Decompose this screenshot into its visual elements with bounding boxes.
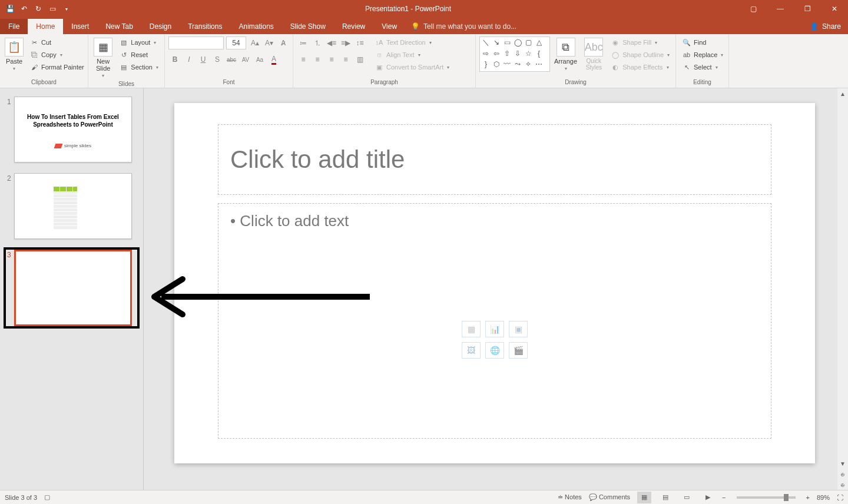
line-spacing-button[interactable]: ↕≡ [353,37,366,49]
shape-connector-icon[interactable]: ⤳ [513,60,522,68]
select-button[interactable]: ↖Select▾ [680,61,726,73]
shape-brace-left-icon[interactable]: { [534,49,544,58]
tab-insert[interactable]: Insert [63,19,97,34]
shape-arrow-right-icon[interactable]: ⇨ [481,49,491,58]
shape-line-arrow-icon[interactable]: ↘ [492,38,501,47]
notes-button[interactable]: ≐ Notes [558,493,582,501]
font-size-input[interactable] [226,37,246,49]
zoom-out-icon[interactable]: − [722,494,726,501]
italic-button[interactable]: I [183,53,196,66]
shape-star-icon[interactable]: ☆ [524,49,533,58]
vertical-scrollbar[interactable]: ▲ ▼ ⦺ ⦺ [837,88,848,490]
replace-button[interactable]: abReplace▾ [680,49,726,61]
columns-button[interactable]: ▥ [353,53,366,66]
shape-brace-right-icon[interactable]: } [481,60,491,68]
previous-slide-icon[interactable]: ⦺ [837,469,848,479]
slide-thumbnail[interactable]: 1 How To Insert Tables From Excel Spread… [6,97,137,163]
slide-thumbnails-panel[interactable]: 1 How To Insert Tables From Excel Spread… [0,88,144,490]
align-center-button[interactable]: ≡ [311,53,324,66]
quick-styles-button[interactable]: Abc Quick Styles [581,37,606,72]
decrease-font-icon[interactable]: A▾ [263,37,276,49]
insert-pictures-icon[interactable]: 🖼 [462,342,481,359]
slide-counter[interactable]: Slide 3 of 3 [5,494,37,501]
tab-file[interactable]: File [0,19,28,34]
undo-icon[interactable]: ↶ [19,4,29,14]
decrease-indent-button[interactable]: ◀≡ [325,37,338,49]
shape-freeform-icon[interactable]: ✧ [524,60,533,68]
tab-newtab[interactable]: New Tab [97,19,141,34]
font-color-button[interactable]: A [267,53,280,66]
align-text-button[interactable]: ⎅Align Text▾ [372,49,452,61]
reading-view-icon[interactable]: ▭ [680,492,694,503]
align-left-button[interactable]: ≡ [297,53,310,66]
new-slide-button[interactable]: ▦ New Slide ▾ [92,37,114,79]
scroll-up-icon[interactable]: ▲ [837,88,848,99]
save-icon[interactable]: 💾 [5,4,15,14]
underline-button[interactable]: U [197,53,210,66]
shape-rounded-rect-icon[interactable]: ▢ [524,38,533,47]
clear-formatting-icon[interactable]: A̷ [277,37,290,49]
close-icon[interactable]: ✕ [821,0,848,18]
insert-chart-icon[interactable]: 📊 [485,321,504,337]
minimize-icon[interactable]: — [767,0,794,18]
justify-button[interactable]: ≡ [339,53,352,66]
insert-table-icon[interactable]: ▦ [462,321,481,337]
font-family-input[interactable] [168,37,224,49]
shape-fill-button[interactable]: ◉Shape Fill▾ [608,37,672,48]
zoom-in-icon[interactable]: + [806,494,810,501]
shape-line-icon[interactable]: ＼ [481,38,491,47]
cut-button[interactable]: ✂Cut [27,37,87,48]
slide-canvas[interactable]: Click to add title • Click to add text ▦… [174,103,815,463]
arrange-button[interactable]: ⧉ Arrange ▾ [552,37,579,72]
align-right-button[interactable]: ≡ [325,53,338,66]
redo-icon[interactable]: ↻ [33,4,44,14]
comments-button[interactable]: 💬 Comments [589,493,630,501]
insert-online-pictures-icon[interactable]: 🌐 [485,342,504,359]
slide-thumbnail[interactable]: 2 [6,173,137,239]
shape-outline-button[interactable]: ◯Shape Outline▾ [608,49,672,61]
shape-more-icon[interactable]: ⋯ [534,60,544,68]
find-button[interactable]: 🔍Find [680,37,726,48]
normal-view-icon[interactable]: ▦ [637,492,651,503]
shape-arrow-up-icon[interactable]: ⇧ [502,49,512,58]
shape-arrow-down-icon[interactable]: ⇩ [513,49,522,58]
slide-canvas-area[interactable]: Click to add title • Click to add text ▦… [144,88,848,490]
shape-triangle-icon[interactable]: △ [534,38,544,47]
tab-home[interactable]: Home [28,19,63,34]
maximize-icon[interactable]: ❐ [794,0,821,18]
increase-indent-button[interactable]: ≡▶ [339,37,352,49]
shape-rect-icon[interactable]: ▭ [502,38,512,47]
section-button[interactable]: ▤Section▾ [117,61,161,73]
tab-transitions[interactable]: Transitions [180,19,230,34]
tab-slideshow[interactable]: Slide Show [282,19,334,34]
slide-thumbnail[interactable]: 3 [6,250,137,326]
zoom-slider[interactable] [737,496,796,499]
content-placeholder[interactable]: • Click to add text ▦ 📊 ▣ 🖼 🌐 🎬 [218,203,771,439]
tab-view[interactable]: View [373,19,405,34]
title-placeholder[interactable]: Click to add title [218,124,771,195]
shape-oval-icon[interactable]: ◯ [513,38,522,47]
shape-effects-button[interactable]: ◐Shape Effects▾ [608,61,672,73]
zoom-handle[interactable] [784,494,789,501]
tab-animations[interactable]: Animations [230,19,281,34]
format-painter-button[interactable]: 🖌Format Painter [27,61,87,73]
convert-smartart-button[interactable]: ▣Convert to SmartArt▾ [372,61,452,73]
increase-font-icon[interactable]: A▴ [249,37,261,49]
text-direction-button[interactable]: ↕AText Direction▾ [372,37,452,48]
copy-button[interactable]: ⿻Copy▾ [27,49,87,61]
slideshow-view-icon[interactable]: ▶ [701,492,715,503]
zoom-level[interactable]: 89% [817,494,830,501]
tab-review[interactable]: Review [334,19,373,34]
slide-sorter-view-icon[interactable]: ▤ [658,492,673,503]
spell-check-icon[interactable]: ▢ [44,493,50,501]
fit-to-window-icon[interactable]: ⛶ [837,494,843,501]
shape-curve-icon[interactable]: 〰 [502,60,512,68]
bold-button[interactable]: B [168,53,181,66]
share-button[interactable]: 👤 Share [803,19,848,34]
shape-hexagon-icon[interactable]: ⬡ [492,60,501,68]
layout-button[interactable]: ▧Layout▾ [117,37,161,48]
paste-button[interactable]: 📋 Paste ▾ [4,37,25,72]
start-from-beginning-icon[interactable]: ▭ [47,4,58,14]
insert-video-icon[interactable]: 🎬 [509,342,528,359]
numbering-button[interactable]: ⒈ [311,37,324,49]
